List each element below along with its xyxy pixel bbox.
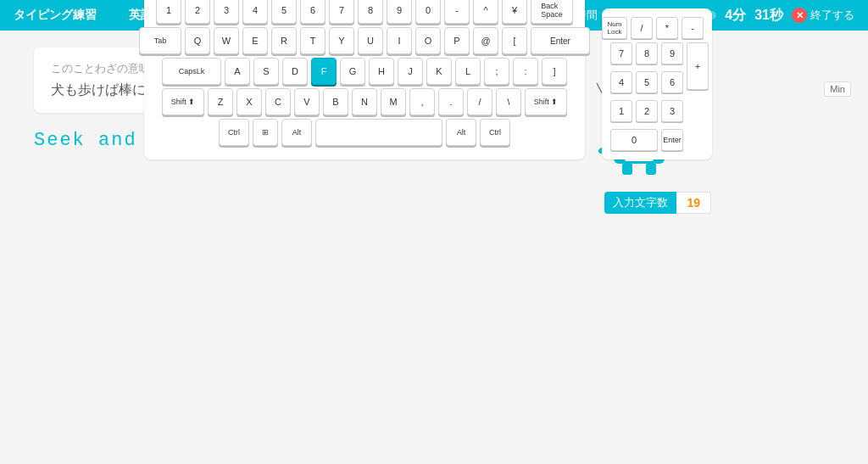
key-m[interactable]: M [381,88,406,115]
key-k[interactable]: K [426,58,452,85]
keyboard-row-asdf: CapsLk A S D F G H J K L ; : ] [158,58,571,85]
numpad-row-top: NumLock / * - [610,17,704,39]
key-yen[interactable]: ¥ [502,0,527,24]
key-l[interactable]: L [455,58,481,85]
np-plus[interactable]: + [687,42,709,90]
np-multiply[interactable]: * [656,17,678,39]
key-backslash[interactable]: \ [496,88,521,115]
np-9[interactable]: 9 [661,42,683,64]
key-z[interactable]: Z [208,88,233,115]
np-8[interactable]: 8 [636,42,658,64]
key-n[interactable]: N [352,88,377,115]
key-b[interactable]: B [323,88,348,115]
keyboard-row-space: Ctrl ⊞ Alt Alt Ctrl [158,119,571,146]
key-x[interactable]: X [236,88,262,115]
key-caret[interactable]: ^ [473,0,498,24]
key-backspace[interactable]: BackSpace [531,0,573,24]
key-1[interactable]: 1 [156,0,181,24]
key-y[interactable]: Y [329,27,354,54]
np-numlock[interactable]: NumLock [602,17,627,39]
np-7[interactable]: 7 [610,42,632,64]
key-g[interactable]: G [340,58,365,85]
np-4[interactable]: 4 [610,71,632,93]
key-c[interactable]: C [265,88,291,115]
key-d[interactable]: D [282,58,308,85]
np-3[interactable]: 3 [661,100,683,122]
key-a[interactable]: A [225,58,250,85]
key-caps[interactable]: CapsLk [162,58,221,85]
key-slash[interactable]: / [467,88,492,115]
key-period[interactable]: . [438,88,464,115]
key-comma[interactable]: , [409,88,435,115]
key-bracket-open[interactable]: [ [502,27,527,54]
key-e[interactable]: E [242,27,268,54]
key-j[interactable]: J [398,58,423,85]
key-h[interactable]: H [369,58,394,85]
np-2[interactable]: 2 [636,100,658,122]
char-count-bar: 入力文字数 19 [604,192,711,214]
keyboard-row-qwerty: Tab Q W E R T Y U I O P @ [ Enter [158,27,571,54]
end-button-label: 終了する [810,8,854,23]
key-o[interactable]: O [415,27,441,54]
close-icon: ✕ [792,8,807,23]
char-count-label: 入力文字数 [604,192,676,214]
key-at[interactable]: @ [473,27,498,54]
numpad: NumLock / * - 7 8 9 4 5 6 1 2 [602,8,712,159]
key-f[interactable]: F [311,58,337,85]
np-0[interactable]: 0 [610,129,658,151]
key-shift-right[interactable]: Shift ⬆ [525,88,567,115]
key-4[interactable]: 4 [242,0,268,24]
key-win[interactable]: ⊞ [253,119,278,146]
keyboard-row-zxcv: Shift ⬆ Z X C V B N M , . / \ Shift ⬆ [158,88,571,115]
keyboard-row-numbers: 1 2 3 4 5 6 7 8 9 0 - ^ ¥ BackSpace [158,0,571,24]
end-button[interactable]: ✕ 終了する [792,8,854,23]
key-ctrl-right[interactable]: Ctrl [480,119,510,146]
mini-badge: Min [824,81,851,97]
header-separator [107,8,119,23]
numpad-row-456: 4 5 6 [610,71,683,93]
key-8[interactable]: 8 [358,0,383,24]
key-ctrl-left[interactable]: Ctrl [219,119,249,146]
svg-rect-12 [622,163,632,175]
key-5[interactable]: 5 [271,0,297,24]
key-s[interactable]: S [253,58,279,85]
key-0[interactable]: 0 [415,0,441,24]
key-alt-left[interactable]: Alt [281,119,312,146]
key-3[interactable]: 3 [214,0,239,24]
key-2[interactable]: 2 [185,0,210,24]
key-v[interactable]: V [294,88,320,115]
np-5[interactable]: 5 [636,71,658,93]
key-6[interactable]: 6 [300,0,326,24]
keyboard: 1 2 3 4 5 6 7 8 9 0 - ^ ¥ BackSpace Tab … [144,0,585,159]
char-count-value: 19 [676,192,711,214]
svg-rect-13 [646,163,656,175]
key-alt-right[interactable]: Alt [446,119,476,146]
key-enter[interactable]: Enter [531,27,590,54]
key-t[interactable]: T [300,27,326,54]
np-6[interactable]: 6 [661,71,683,93]
timer-seconds: 31秒 [754,7,783,25]
np-enter[interactable]: Enter [661,129,683,151]
key-minus[interactable]: - [444,0,470,24]
key-semicolon[interactable]: ; [484,58,509,85]
numpad-row-123: 1 2 3 [610,100,683,122]
np-slash[interactable]: / [631,17,653,39]
key-9[interactable]: 9 [387,0,412,24]
key-p[interactable]: P [444,27,470,54]
main-content: このことわざの意味は... 犬も歩けば棒に当たる Seek and you sh… [0,31,868,185]
app-title: タイピング練習 [14,8,97,23]
key-space[interactable] [315,119,442,146]
key-r[interactable]: R [271,27,297,54]
key-i[interactable]: I [387,27,412,54]
numpad-row-789: 7 8 9 [610,42,683,64]
key-shift-left[interactable]: Shift ⬆ [162,88,204,115]
np-1[interactable]: 1 [610,100,632,122]
key-colon[interactable]: : [513,58,538,85]
np-minus[interactable]: - [682,17,704,39]
key-w[interactable]: W [214,27,239,54]
key-tab[interactable]: Tab [139,27,181,54]
key-7[interactable]: 7 [329,0,354,24]
key-u[interactable]: U [358,27,383,54]
key-q[interactable]: Q [185,27,210,54]
key-bracket-close[interactable]: ] [542,58,567,85]
